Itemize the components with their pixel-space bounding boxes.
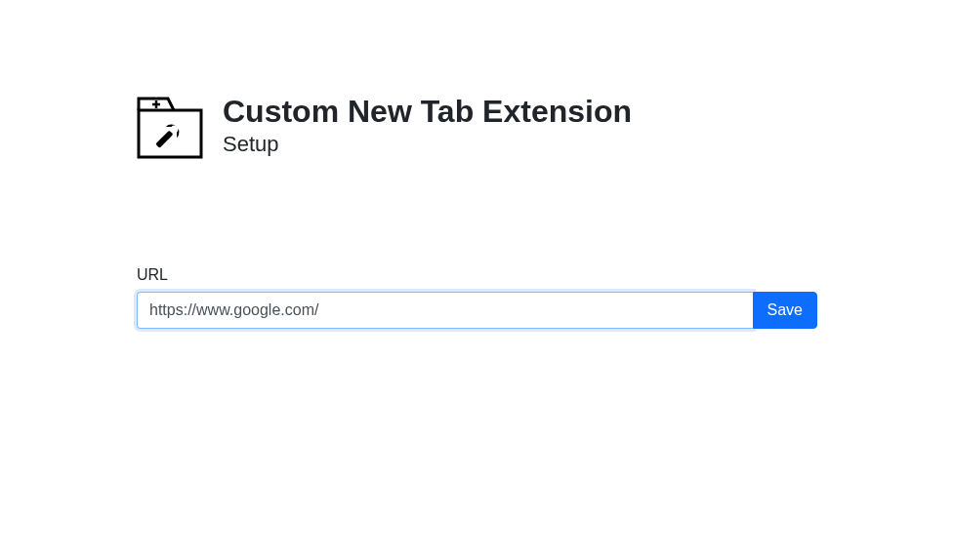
- url-label: URL: [137, 266, 817, 284]
- page-subtitle: Setup: [223, 132, 632, 157]
- page-title: Custom New Tab Extension: [223, 93, 632, 130]
- url-input[interactable]: [137, 292, 753, 329]
- url-input-group: Save: [137, 292, 817, 329]
- url-form-group: URL Save: [137, 266, 817, 329]
- save-button[interactable]: Save: [753, 292, 817, 329]
- header: Custom New Tab Extension Setup: [137, 93, 817, 159]
- title-block: Custom New Tab Extension Setup: [223, 93, 632, 157]
- svg-rect-3: [155, 130, 173, 147]
- extension-logo-icon: [137, 93, 203, 159]
- main-container: Custom New Tab Extension Setup URL Save: [0, 0, 954, 329]
